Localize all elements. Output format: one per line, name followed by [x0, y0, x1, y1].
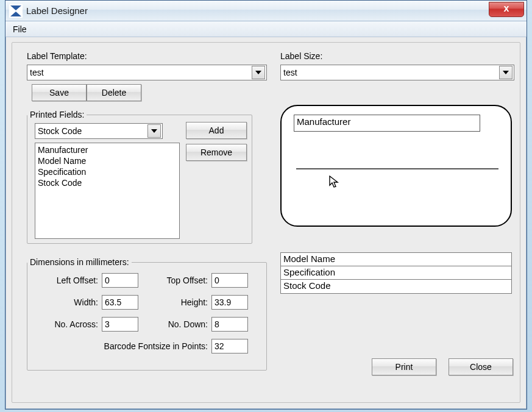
list-item[interactable]: Specification: [37, 166, 178, 177]
table-row[interactable]: Stock Code: [281, 280, 511, 293]
close-button[interactable]: Close: [449, 358, 513, 375]
printed-fields-group: Printed Fields: Stock Code Add Remove Ma…: [27, 110, 252, 244]
remove-button[interactable]: Remove: [186, 144, 247, 161]
client-area: Label Template: test Save Delete Label S…: [12, 42, 520, 403]
preview-field-manufacturer[interactable]: Manufacturer: [294, 115, 480, 132]
svg-marker-4: [503, 71, 509, 74]
label-size-value: test: [283, 68, 297, 77]
label-preview[interactable]: Manufacturer: [280, 105, 512, 227]
left-offset-input[interactable]: [102, 273, 138, 288]
barcode-input[interactable]: [211, 339, 248, 353]
app-icon: [9, 4, 23, 18]
label-template-combo[interactable]: test: [27, 65, 267, 80]
close-window-button[interactable]: x: [489, 2, 524, 17]
dimensions-legend: Dimensions in millimeters:: [27, 257, 132, 267]
label-template-value: test: [30, 68, 44, 77]
no-down-input[interactable]: [211, 317, 248, 332]
window-title: Label Designer: [26, 5, 88, 16]
label-template-label: Label Template:: [27, 51, 87, 61]
menu-file[interactable]: File: [9, 23, 30, 35]
height-input[interactable]: [211, 295, 248, 310]
width-label: Width:: [27, 297, 98, 307]
fields-grid[interactable]: Model NameSpecificationStock Code: [280, 252, 512, 294]
barcode-label: Barcode Fontsize in Points:: [27, 341, 208, 351]
left-offset-label: Left Offset:: [27, 275, 98, 285]
no-down-label: No. Down:: [141, 319, 208, 329]
printed-fields-legend: Printed Fields:: [27, 110, 87, 119]
table-row[interactable]: Model Name: [281, 253, 511, 266]
printed-field-selector[interactable]: Stock Code: [35, 123, 163, 139]
list-item[interactable]: Manufacturer: [37, 144, 178, 155]
no-across-input[interactable]: [102, 317, 138, 332]
width-input[interactable]: [102, 295, 138, 310]
table-row[interactable]: Specification: [281, 266, 511, 280]
label-size-combo[interactable]: test: [280, 65, 514, 80]
svg-marker-3: [255, 71, 261, 74]
add-button[interactable]: Add: [186, 122, 247, 139]
label-designer-window: Label Designer x File Label Template: te…: [5, 0, 527, 410]
cursor-icon: [329, 176, 340, 193]
list-item[interactable]: Model Name: [37, 155, 178, 166]
save-button[interactable]: Save: [32, 84, 87, 101]
svg-marker-5: [151, 129, 157, 133]
no-across-label: No. Across:: [27, 319, 98, 329]
chevron-down-icon: [499, 66, 512, 79]
chevron-down-icon: [252, 66, 265, 79]
titlebar[interactable]: Label Designer x: [5, 1, 527, 21]
print-button[interactable]: Print: [372, 358, 436, 375]
menubar: File: [5, 21, 527, 37]
top-offset-label: Top Offset:: [141, 275, 208, 285]
label-size-label: Label Size:: [280, 51, 322, 61]
dimensions-group: Dimensions in millimeters: Left Offset: …: [27, 257, 267, 371]
top-offset-input[interactable]: [211, 273, 248, 288]
height-label: Height:: [141, 297, 208, 307]
list-item[interactable]: Stock Code: [37, 177, 178, 188]
printed-field-selector-value: Stock Code: [38, 126, 82, 136]
chevron-down-icon: [147, 124, 161, 138]
printed-fields-list[interactable]: ManufacturerModel NameSpecificationStock…: [35, 143, 180, 239]
delete-button[interactable]: Delete: [87, 84, 141, 101]
close-icon: x: [504, 3, 509, 13]
preview-divider-line: [296, 168, 498, 169]
